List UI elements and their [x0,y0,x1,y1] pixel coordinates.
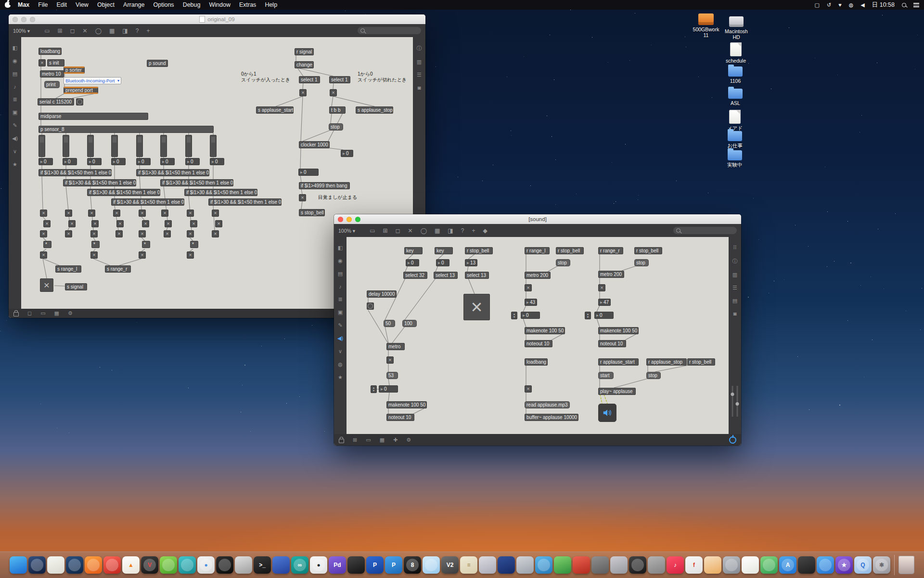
wrench-icon[interactable]: ⚙ [68,310,73,316]
window-icon[interactable]: ▤ [338,271,343,277]
dock-processing[interactable]: P [366,556,384,574]
toggle-box[interactable]: × [116,230,123,237]
menu-edit[interactable]: Edit [52,0,71,10]
columns-icon[interactable]: ▥ [732,272,737,278]
dock-system-preferences[interactable]: ✱ [873,556,890,574]
minimize-button[interactable] [21,17,26,22]
object-box[interactable]: if $i1>30 && $i1<50 then 1 else 0 [160,179,233,186]
toggle-box[interactable]: × [165,220,172,227]
toggle-box[interactable]: × [139,230,146,237]
dock-opera[interactable] [103,556,121,574]
toggle-box[interactable]: × [299,89,307,96]
toggle-box[interactable]: × [598,284,605,291]
toggle-box[interactable]: × [38,59,46,66]
slider-box[interactable] [160,135,167,157]
number-box[interactable]: ▶0 [63,158,77,165]
object-box[interactable]: if $i1>30 && $i1<50 then 1 else 0 [87,189,160,196]
minimize-button[interactable] [346,217,352,222]
number-box[interactable]: ▶0 [160,158,175,165]
number-box[interactable]: ▶43 [525,299,537,306]
object-box[interactable]: makenote 100 50 [386,401,427,408]
object-box[interactable]: r stop_bell [465,247,493,254]
grid-toggle-icon[interactable]: ▦ [380,437,385,443]
slider-box[interactable] [111,135,118,157]
menu-clock[interactable]: 日 10:58 [872,1,895,9]
object-box[interactable]: s signal [65,283,87,290]
toggle-box[interactable]: × [40,251,47,259]
dock-navy-box-app[interactable] [498,556,515,574]
dots-grid-icon[interactable]: ⠿ [733,245,737,251]
object-box[interactable]: change [295,61,314,68]
comment-text[interactable]: 1から0 スイッチが切れたとき [356,71,410,83]
dock-quicktime[interactable]: Q [854,556,872,574]
dock-textedit[interactable] [742,556,759,574]
presentation-mode-icon[interactable]: ⊞ [57,27,62,34]
object-box[interactable]: s range_r [105,265,131,273]
toggle-box[interactable]: × [525,385,532,393]
number-box[interactable]: ▶0 [38,158,53,165]
dock-dark-app[interactable] [798,556,815,574]
dock-compass-app[interactable] [723,556,740,574]
object-box[interactable]: t b b [329,106,346,114]
toggle-box[interactable]: × [190,220,197,227]
dock-music-app[interactable]: ♪ [667,556,684,574]
titlebar[interactable]: original_09 [9,14,425,25]
number-box[interactable]: ▶0 [185,158,200,165]
message-box[interactable]: 100 [402,320,417,327]
dropdown-box[interactable]: Bluetooth-Incoming-Port▾ [64,77,121,84]
time-machine-icon[interactable]: ↺ [827,2,831,8]
incdec-box[interactable]: ▲▼ [511,312,517,319]
dial-icon[interactable]: ◍ [338,361,343,368]
dock-green-sphere-app[interactable] [760,556,778,574]
toggle-box[interactable]: × [139,210,146,217]
zoom-button[interactable] [355,217,360,222]
slider-box[interactable] [63,135,69,157]
dock-arduino[interactable]: ∞ [291,556,308,574]
help-icon[interactable]: ? [461,227,464,234]
number-box[interactable]: ▶0 [298,169,319,176]
lock-icon[interactable] [339,439,344,443]
object-box[interactable]: noteout 10 [386,414,414,421]
titlebar[interactable]: [sound] [334,214,741,224]
menu-file[interactable]: File [34,0,52,10]
list-icon[interactable]: ☰ [732,285,737,291]
favorites-icon[interactable]: ★ [13,161,17,168]
object-box[interactable]: * [43,241,51,248]
number-box[interactable]: ▶0 [111,158,126,165]
object-box[interactable]: * [190,241,198,248]
object-box[interactable]: s applause_stop [356,106,393,114]
package-icon[interactable]: ◧ [338,245,343,251]
dock-math-app[interactable] [573,556,590,574]
mixer-icon[interactable]: ◨ [122,27,128,34]
toggle-box[interactable]: × [43,220,51,227]
object-box[interactable]: r signal [295,48,314,55]
object-box[interactable]: delay 10000 [367,290,397,298]
message-box[interactable]: 50 [384,320,395,327]
display-icon[interactable]: ▢ [815,2,820,8]
format-palette-icon[interactable]: ◆ [483,227,487,234]
dock-navy-browser[interactable] [66,556,83,574]
media-icon[interactable]: ▣ [13,109,17,116]
favorites-icon[interactable]: ♥ [838,2,842,8]
speaker-icon[interactable]: ◀) [12,135,18,142]
incdec-box[interactable]: ▲▼ [371,385,377,393]
level-sliders[interactable] [732,386,738,417]
message-box[interactable]: stop [556,259,570,266]
desktop-icon-お仕事[interactable]: お仕事 [713,131,757,148]
dock-green-circle-app[interactable] [160,556,177,574]
incdec-box[interactable]: ▲▼ [585,312,591,319]
zoom-button[interactable] [30,17,35,22]
object-box[interactable]: clocker 1000 [299,141,330,148]
number-box[interactable]: ▶0 [87,158,102,165]
dock-vivaldi[interactable]: V [141,556,158,574]
object-box[interactable]: r stop_bell [687,358,715,366]
number-box[interactable]: ▶0 [406,259,419,266]
audio-status-icon[interactable]: ◉ [13,58,17,64]
close-button[interactable] [338,217,343,222]
toggle-box[interactable]: × [212,230,219,237]
object-box[interactable]: s applause_start [256,106,294,114]
inspector-icon[interactable]: ⓘ [417,45,422,52]
video-icon[interactable]: ∨ [13,148,17,155]
dock-trash[interactable] [898,556,914,574]
number-box[interactable]: ▶47 [598,299,611,306]
